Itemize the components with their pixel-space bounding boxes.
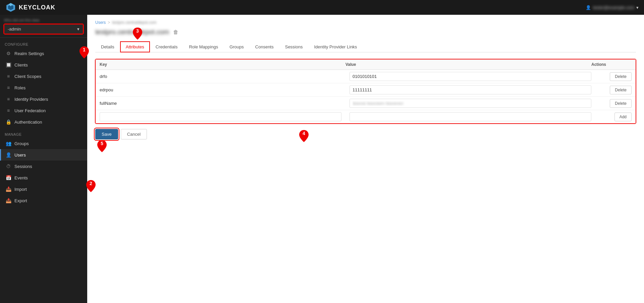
logo: KEYCLOAK: [5, 2, 55, 13]
sidebar-item-user-federation[interactable]: ≡ User Federation: [0, 105, 87, 116]
user-header: testpro.centraldepot.com 🗑: [95, 28, 636, 36]
user-name: tester@example.com: [593, 5, 634, 10]
badge-1: 1: [79, 46, 90, 60]
col-value-header: Value: [345, 62, 591, 67]
events-icon: 📅: [6, 175, 11, 180]
sidebar-item-sessions[interactable]: ⏱ Sessions: [0, 161, 87, 172]
sidebar-item-label: Clients: [14, 62, 28, 68]
table-new-row: Add: [96, 110, 636, 123]
user-menu[interactable]: 👤 tester@example.com ▾: [586, 5, 639, 10]
sidebar-item-authentication[interactable]: 🔒 Authentication: [0, 116, 87, 128]
sidebar-item-realm-settings[interactable]: ⚙ Realm Settings: [0, 48, 87, 59]
badge-5: 5: [97, 139, 107, 154]
key-cell-drfo: drfo: [96, 71, 345, 82]
tab-details[interactable]: Details: [95, 41, 120, 52]
realm-selector[interactable]: -admin ▾: [4, 24, 83, 34]
new-value-input[interactable]: [350, 112, 591, 121]
tab-role-mappings[interactable]: Role Mappings: [183, 41, 224, 52]
attributes-table: Key Value Actions drfo Delete edrpo: [95, 59, 636, 124]
key-cell-fullname: fullName: [96, 98, 345, 109]
new-key-input[interactable]: [100, 112, 341, 121]
sidebar-item-import[interactable]: 📥 Import: [0, 183, 87, 195]
sidebar-item-label: Import: [14, 187, 27, 192]
sidebar-item-clients[interactable]: 🔲 Clients: [0, 59, 87, 71]
actions-cell-edrpou: Delete: [595, 84, 636, 96]
manage-section-label: Manage: [0, 128, 87, 138]
table-row: edrpou Delete: [96, 83, 636, 97]
sidebar-item-label: Events: [14, 175, 28, 180]
sidebar-item-label: Authentication: [14, 120, 42, 125]
topbar: KEYCLOAK 👤 tester@example.com ▾: [0, 0, 644, 15]
sidebar-item-users[interactable]: 👤 Users: [0, 149, 87, 161]
breadcrumb-current: testpro.centraldepot.com: [112, 20, 156, 25]
main-content: Users > testpro.centraldepot.com testpro…: [87, 15, 644, 303]
tab-consents[interactable]: Consents: [250, 41, 279, 52]
sidebar-item-identity-providers[interactable]: ≡ Identity Providers: [0, 93, 87, 105]
sidebar-item-client-scopes[interactable]: ≡ Client Scopes: [0, 71, 87, 82]
add-attribute-button[interactable]: Add: [614, 113, 632, 121]
sidebar-item-roles[interactable]: ≡ Roles: [0, 82, 87, 93]
sidebar-realm-section: Who-did-set-this-data -admin ▾: [0, 15, 87, 38]
value-input-drfo[interactable]: [350, 72, 591, 81]
roles-icon: ≡: [6, 85, 11, 90]
sidebar-item-label: Realm Settings: [14, 51, 44, 56]
gear-icon: ⚙: [6, 51, 11, 56]
sidebar-item-export[interactable]: 📤 Export: [0, 195, 87, 206]
sidebar-item-label: Identity Providers: [14, 97, 48, 102]
tab-identity-provider-links[interactable]: Identity Provider Links: [308, 41, 363, 52]
badge-4: 4: [299, 129, 309, 144]
badge-3: 3: [132, 27, 143, 41]
tab-attributes[interactable]: Attributes: [120, 41, 150, 52]
groups-icon: 👥: [6, 141, 11, 146]
breadcrumb-users-link[interactable]: Users: [95, 20, 106, 25]
sidebar-item-label: User Federation: [14, 108, 46, 113]
delete-button-fullname[interactable]: Delete: [610, 99, 632, 108]
tab-sessions[interactable]: Sessions: [279, 41, 309, 52]
col-actions-header: Actions: [591, 62, 632, 67]
identity-providers-icon: ≡: [6, 96, 11, 102]
delete-user-button[interactable]: 🗑: [173, 29, 178, 35]
breadcrumb: Users > testpro.centraldepot.com: [95, 20, 636, 25]
sidebar-item-label: Sessions: [14, 164, 32, 169]
sidebar: Who-did-set-this-data -admin ▾ Configure…: [0, 15, 87, 303]
realm-chevron: ▾: [77, 27, 79, 32]
logo-text: KEYCLOAK: [19, 4, 55, 11]
table-row: fullName Delete: [96, 97, 636, 110]
realm-name: -admin: [8, 27, 21, 32]
badge-2: 2: [86, 179, 96, 194]
table-header: Key Value Actions: [96, 59, 636, 70]
cancel-button[interactable]: Cancel: [121, 129, 147, 139]
save-button[interactable]: Save: [95, 129, 118, 139]
form-actions: Save Cancel: [95, 129, 636, 139]
new-key-cell: [96, 110, 345, 123]
tab-credentials[interactable]: Credentials: [150, 41, 183, 52]
configure-section-label: Configure: [0, 38, 87, 48]
value-input-fullname[interactable]: [350, 99, 591, 108]
delete-button-edrpou[interactable]: Delete: [610, 86, 632, 94]
tab-groups[interactable]: Groups: [224, 41, 250, 52]
users-icon: 👤: [6, 152, 11, 158]
sidebar-item-groups[interactable]: 👥 Groups: [0, 138, 87, 149]
clients-icon: 🔲: [6, 62, 11, 68]
client-scopes-icon: ≡: [6, 74, 11, 79]
value-cell-fullname: [345, 97, 595, 110]
sidebar-item-events[interactable]: 📅 Events: [0, 172, 87, 183]
tabs-container: Details Attributes Credentials Role Mapp…: [95, 41, 636, 52]
table-row: drfo Delete: [96, 70, 636, 83]
user-icon: 👤: [586, 5, 591, 10]
keycloak-logo-icon: [5, 2, 16, 13]
breadcrumb-separator: >: [108, 20, 110, 25]
actions-cell-drfo: Delete: [595, 70, 636, 83]
value-input-edrpou[interactable]: [350, 85, 591, 94]
export-icon: 📤: [6, 198, 11, 203]
value-cell-edrpou: [345, 83, 595, 96]
user-chevron: ▾: [636, 5, 639, 10]
actions-cell-fullname: Delete: [595, 97, 636, 110]
value-cell-drfo: [345, 70, 595, 83]
sidebar-item-label: Groups: [14, 141, 29, 146]
delete-button-drfo[interactable]: Delete: [610, 72, 632, 81]
authentication-icon: 🔒: [6, 119, 11, 125]
sidebar-item-label: Roles: [14, 85, 25, 90]
new-value-cell: [345, 110, 595, 123]
col-key-header: Key: [100, 62, 345, 67]
